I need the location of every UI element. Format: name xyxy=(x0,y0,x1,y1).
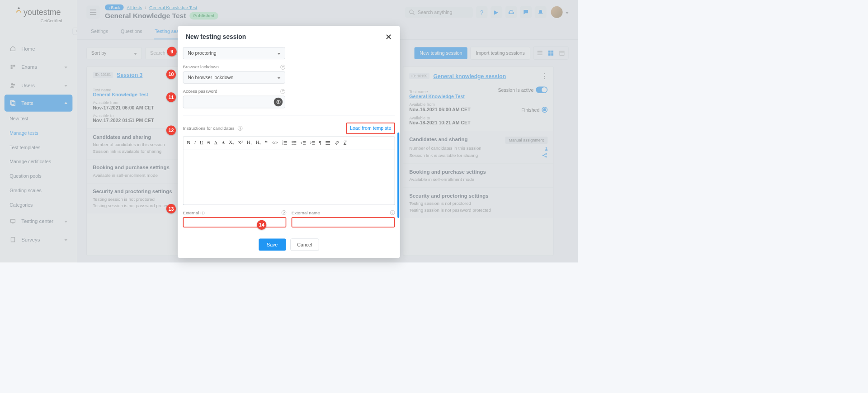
callout-12: 12 xyxy=(166,126,176,135)
save-button[interactable]: Save xyxy=(259,238,286,251)
lockdown-value: No browser lockdown xyxy=(188,75,233,80)
font-family-button[interactable]: 𝐀 xyxy=(222,140,225,146)
svg-point-27 xyxy=(292,144,292,145)
heading2-button[interactable]: H2 xyxy=(256,140,261,146)
callout-14: 14 xyxy=(257,220,266,230)
font-color-button[interactable]: A xyxy=(214,140,217,146)
help-icon[interactable]: ? xyxy=(390,210,395,215)
password-label: Access password xyxy=(183,89,217,94)
quote-button[interactable]: ❝ xyxy=(265,140,268,146)
proctoring-value: No proctoring xyxy=(188,51,217,56)
superscript-button[interactable]: X2 xyxy=(238,140,243,146)
chevron-down-icon xyxy=(278,51,281,56)
outdent-button[interactable] xyxy=(301,140,306,145)
clear-format-button[interactable]: Tx xyxy=(344,140,348,146)
chevron-down-icon xyxy=(278,75,281,80)
subscript-button[interactable]: X2 xyxy=(229,140,234,146)
lockdown-label: Browser lockdown xyxy=(183,64,219,69)
heading1-button[interactable]: H1 xyxy=(247,140,252,146)
editor-toolbar: B I U S A 𝐀 X2 X2 H1 H2 ❝ </> 123 ¶ Tx xyxy=(183,136,395,149)
proctoring-select[interactable]: No proctoring xyxy=(183,47,285,59)
external-name-input[interactable] xyxy=(292,217,395,227)
scrollbar[interactable] xyxy=(397,133,399,218)
instructions-editor[interactable] xyxy=(183,149,395,205)
help-icon[interactable]: ? xyxy=(282,210,287,215)
callout-13: 13 xyxy=(166,204,176,213)
external-id-label: External ID xyxy=(183,210,205,215)
lockdown-select[interactable]: No browser lockdown xyxy=(183,71,285,84)
help-icon[interactable]: ? xyxy=(280,89,285,94)
svg-point-25 xyxy=(292,141,292,142)
password-input[interactable] xyxy=(183,96,285,109)
strikethrough-button[interactable]: S xyxy=(208,140,210,146)
cancel-button[interactable]: Cancel xyxy=(290,238,319,251)
paragraph-button[interactable]: ¶ xyxy=(319,140,321,146)
underline-button[interactable]: U xyxy=(200,140,203,146)
help-icon[interactable]: ? xyxy=(238,126,243,131)
new-session-modal: New testing session ✕ No proctoring Brow… xyxy=(178,26,400,258)
modal-title: New testing session xyxy=(186,33,246,41)
load-template-link[interactable]: Load from template xyxy=(346,123,395,134)
svg-point-21 xyxy=(278,101,279,103)
callout-10: 10 xyxy=(166,70,176,79)
bold-button[interactable]: B xyxy=(187,140,190,146)
close-modal-button[interactable]: ✕ xyxy=(385,33,392,42)
external-name-label: External name xyxy=(292,210,320,215)
svg-text:3: 3 xyxy=(282,143,283,145)
external-id-input[interactable] xyxy=(183,217,287,227)
code-button[interactable]: </> xyxy=(271,140,278,146)
callout-9: 9 xyxy=(167,47,177,56)
ordered-list-button[interactable]: 123 xyxy=(282,140,287,145)
svg-point-26 xyxy=(292,142,292,143)
link-button[interactable] xyxy=(335,140,340,145)
callout-11: 11 xyxy=(166,92,176,102)
unordered-list-button[interactable] xyxy=(292,140,297,145)
italic-button[interactable]: I xyxy=(194,140,196,146)
align-button[interactable] xyxy=(325,140,330,145)
indent-button[interactable] xyxy=(310,140,315,145)
show-password-button[interactable] xyxy=(274,98,283,107)
help-icon[interactable]: ? xyxy=(280,65,285,70)
instructions-label: Instructions for candidates xyxy=(183,126,235,131)
